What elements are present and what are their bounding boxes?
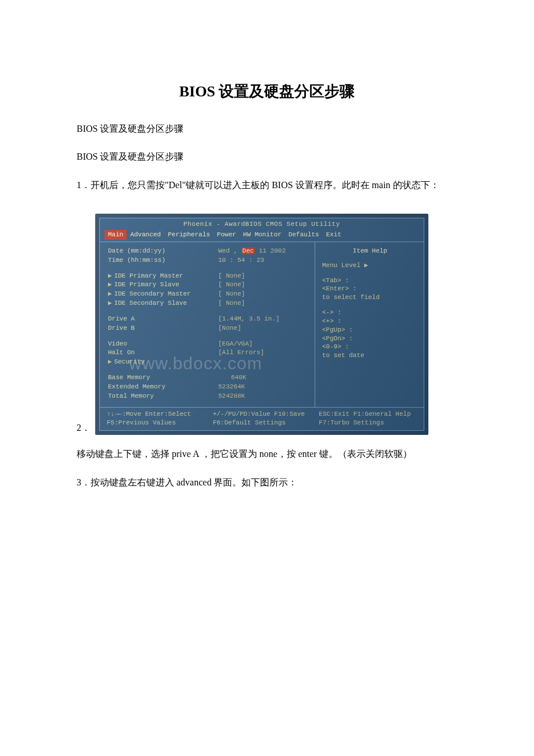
- date-post: 11 2002: [255, 247, 286, 254]
- footer-c2: F7:Turbo Settings: [319, 419, 417, 427]
- tot-mem: Total Memory: [108, 392, 218, 401]
- bios-screenshot: Phoenix - AwardBIOS CMOS Setup Utility M…: [95, 214, 428, 435]
- drive-b-val: [None]: [218, 324, 241, 333]
- date-value: Wed , Dec 11 2002: [218, 247, 286, 255]
- date-pre: Wed ,: [218, 247, 241, 254]
- ide-ss: ▶IDE Secondary Slave: [108, 299, 218, 308]
- date-highlight: Dec: [241, 247, 255, 254]
- ide-pm-val: [ None]: [218, 272, 245, 280]
- paragraph-4: 移动键盘上下键，选择 prive A ，把它设置为 none，按 enter 键…: [58, 445, 476, 463]
- ide-ps: ▶IDE Primary Slave: [108, 280, 218, 289]
- step-2-marker: 2．: [77, 423, 91, 435]
- bios-menubar: Main Advanced Peripherals Power HW Monit…: [100, 230, 424, 242]
- halt-on: Halt On: [108, 348, 218, 357]
- ide-ps-val: [ None]: [218, 280, 245, 289]
- footer-b2: F6:Default Settings: [213, 419, 311, 427]
- drive-a-val: [1.44M, 3.5 in.]: [218, 315, 280, 323]
- ext-mem: Extended Memory: [108, 383, 218, 391]
- paragraph-1: BIOS 设置及硬盘分区步骤: [58, 120, 476, 138]
- menu-hwmonitor: HW Monitor: [240, 230, 285, 240]
- base-mem: Base Memory: [108, 373, 218, 382]
- document-page: BIOS 设置及硬盘分区步骤 BIOS 设置及硬盘分区步骤 BIOS 设置及硬盘…: [0, 0, 534, 548]
- help-set-date: to set date: [322, 351, 418, 360]
- paragraph-3: 1．开机后，您只需按"Del"键就可以进入主板的 BIOS 设置程序。此时在 m…: [58, 177, 476, 194]
- tot-mem-val: 524288K: [218, 392, 245, 401]
- page-title: BIOS 设置及硬盘分区步骤: [58, 81, 476, 102]
- ide-sm: ▶IDE Secondary Master: [108, 290, 218, 298]
- video-val: [EGA/VGA]: [218, 340, 252, 348]
- menu-main: Main: [104, 230, 127, 240]
- menu-advanced: Advanced: [127, 230, 164, 240]
- step-2-row: 2． Phoenix - AwardBIOS CMOS Setup Utilit…: [58, 204, 476, 435]
- bios-screen: Phoenix - AwardBIOS CMOS Setup Utility M…: [99, 218, 424, 431]
- video: Video: [108, 340, 218, 348]
- help-menu-level: Menu Level ▶: [322, 261, 418, 270]
- time-label: Time (hh:mm:ss): [108, 256, 218, 265]
- bios-help: Item Help Menu Level ▶ <Tab> : <Enter> :…: [315, 242, 424, 407]
- help-digits: <0-9> :: [322, 343, 418, 351]
- time-value: 10 : 54 : 23: [218, 256, 264, 265]
- halt-on-val: [All Errors]: [218, 348, 264, 357]
- base-mem-val: 640K: [218, 373, 246, 382]
- paragraph-2: BIOS 设置及硬盘分区步骤: [58, 148, 476, 165]
- help-tab: <Tab> :: [322, 276, 418, 285]
- help-plus: <+> :: [322, 317, 418, 326]
- ide-sm-val: [ None]: [218, 290, 245, 298]
- menu-peripherals: Peripherals: [164, 230, 214, 240]
- help-pgdn: <PgDn> :: [322, 334, 418, 343]
- paragraph-5: 3．按动键盘左右键进入 advanced 界面。如下图所示：: [58, 474, 476, 491]
- menu-exit: Exit: [323, 230, 345, 240]
- date-label: Date (mm:dd:yy): [108, 247, 218, 255]
- bios-left: Date (mm:dd:yy) Wed , Dec 11 2002 Time (…: [100, 242, 315, 407]
- menu-defaults: Defaults: [285, 230, 323, 240]
- footer-a1: ↑↓→←:Move Enter:Select: [107, 410, 205, 419]
- bios-footer: ↑↓→←:Move Enter:Select F5:Previous Value…: [100, 408, 424, 431]
- ide-pm: ▶IDE Primary Master: [108, 272, 218, 280]
- drive-b: Drive B: [108, 324, 218, 333]
- footer-a2: F5:Previous Values: [107, 419, 205, 427]
- help-select-field: to select field: [322, 293, 418, 302]
- footer-b1: +/-/PU/PD:Value F10:Save: [213, 410, 311, 419]
- help-minus: <-> :: [322, 308, 418, 317]
- menu-power: Power: [214, 230, 240, 240]
- bios-title: Phoenix - AwardBIOS CMOS Setup Utility: [100, 218, 424, 230]
- footer-c1: ESC:Exit F1:General Help: [319, 410, 417, 419]
- ext-mem-val: 523264K: [218, 383, 245, 391]
- help-enter: <Enter> :: [322, 285, 418, 293]
- drive-a: Drive A: [108, 315, 218, 323]
- security: ▶Security: [108, 358, 218, 366]
- ide-ss-val: [ None]: [218, 299, 245, 308]
- help-pgup: <PgUp> :: [322, 326, 418, 334]
- bios-body: Date (mm:dd:yy) Wed , Dec 11 2002 Time (…: [100, 242, 424, 408]
- help-title: Item Help: [322, 247, 418, 255]
